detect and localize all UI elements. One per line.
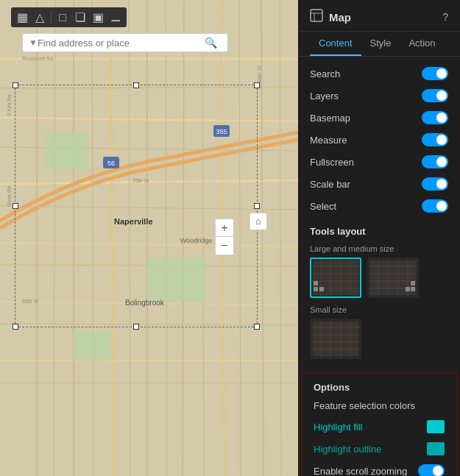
tab-style[interactable]: Style bbox=[361, 32, 400, 56]
toggle-label-layers: Layers bbox=[310, 90, 339, 102]
feature-selection-colors-row: Feature selection colors bbox=[302, 396, 456, 416]
tools-layout-header: Tools layout bbox=[298, 217, 460, 241]
svg-text:Book Rd: Book Rd bbox=[7, 186, 12, 206]
shapes-icon[interactable]: △ bbox=[33, 10, 46, 24]
toggle-scalebar[interactable] bbox=[422, 177, 448, 191]
scroll-zooming-label: Enable scroll zooming bbox=[314, 466, 407, 477]
svg-rect-58 bbox=[314, 281, 318, 285]
svg-rect-56 bbox=[314, 287, 318, 291]
map-panel-icon bbox=[310, 9, 323, 25]
home-button[interactable]: ⌂ bbox=[250, 213, 267, 230]
layout-thumb-2[interactable] bbox=[367, 257, 419, 298]
search-magnifier-icon: 🔍 bbox=[205, 37, 217, 49]
svg-text:Naperville: Naperville bbox=[114, 217, 153, 226]
panel-title: Map bbox=[329, 11, 436, 24]
svg-rect-28 bbox=[147, 257, 206, 302]
delete-icon[interactable]: ⚊ bbox=[109, 10, 122, 24]
toggle-label-measure: Measure bbox=[310, 135, 347, 146]
toggle-row-fullscreen: Fullscreen bbox=[298, 151, 460, 173]
toggle-search[interactable] bbox=[422, 67, 448, 80]
svg-text:S Kirk Rd: S Kirk Rd bbox=[7, 94, 12, 116]
toggle-fullscreen[interactable] bbox=[422, 155, 448, 168]
panel-header: Map ? bbox=[298, 0, 460, 32]
svg-rect-70 bbox=[411, 287, 415, 291]
toggle-row-basemap: Basemap bbox=[298, 107, 460, 129]
toggle-label-scalebar: Scale bar bbox=[310, 179, 350, 190]
filter-icon: ▼ bbox=[29, 38, 38, 48]
layout-thumb-1[interactable] bbox=[310, 257, 361, 298]
toggle-label-basemap: Basemap bbox=[310, 113, 350, 124]
small-layout-options bbox=[310, 319, 448, 359]
large-layout-options bbox=[310, 257, 448, 298]
copy-icon[interactable]: ❏ bbox=[74, 10, 87, 24]
highlight-outline-row: Highlight outline bbox=[302, 438, 456, 460]
highlight-outline-swatch[interactable] bbox=[427, 442, 445, 455]
svg-text:355: 355 bbox=[216, 128, 227, 135]
svg-text:S Main St: S Main St bbox=[257, 66, 262, 88]
toggle-label-search: Search bbox=[310, 68, 340, 79]
toggle-row-search: Search bbox=[298, 63, 460, 85]
svg-text:95th St: 95th St bbox=[22, 299, 38, 304]
svg-text:Roosevelt Rd: Roosevelt Rd bbox=[22, 56, 53, 61]
tools-layout-section: Large and medium size bbox=[298, 241, 460, 372]
zoom-out-button[interactable]: − bbox=[216, 237, 233, 255]
toggle-measure[interactable] bbox=[422, 133, 448, 146]
toggle-label-fullscreen: Fullscreen bbox=[310, 157, 354, 168]
zoom-in-button[interactable]: + bbox=[216, 219, 233, 237]
help-icon[interactable]: ? bbox=[442, 11, 448, 23]
svg-text:56: 56 bbox=[107, 160, 115, 167]
toggle-basemap[interactable] bbox=[422, 111, 448, 124]
right-panel: Map ? Content Style Action Search Layers… bbox=[298, 0, 460, 476]
small-label: Small size bbox=[310, 305, 448, 314]
svg-rect-29 bbox=[74, 331, 110, 360]
svg-rect-69 bbox=[406, 287, 410, 291]
svg-rect-43 bbox=[311, 10, 322, 21]
toggle-layers[interactable] bbox=[422, 89, 448, 102]
duplicate-icon[interactable]: ▣ bbox=[91, 10, 105, 24]
tab-bar: Content Style Action bbox=[298, 32, 460, 57]
svg-rect-0 bbox=[0, 0, 298, 476]
svg-rect-73 bbox=[313, 322, 358, 356]
svg-text:75th St: 75th St bbox=[132, 178, 149, 183]
tab-content[interactable]: Content bbox=[310, 32, 361, 56]
layout-thumb-small[interactable] bbox=[310, 319, 361, 359]
toolbar-divider bbox=[51, 12, 52, 24]
zoom-controls: + − ⌂ bbox=[250, 210, 267, 230]
layers-icon[interactable]: ▦ bbox=[15, 10, 29, 24]
toggle-row-measure: Measure bbox=[298, 129, 460, 151]
map-background: Naperville Bolingbrook Woodridge 56 355 … bbox=[0, 0, 298, 476]
panel-content: Search Layers Basemap Measure Fullscreen… bbox=[298, 57, 460, 476]
options-section: Options Feature selection colors Highlig… bbox=[301, 372, 457, 476]
highlight-outline-label: Highlight outline bbox=[314, 444, 382, 455]
large-medium-label: Large and medium size bbox=[310, 244, 448, 253]
highlight-fill-label: Highlight fill bbox=[314, 422, 362, 433]
highlight-fill-row: Highlight fill bbox=[302, 416, 456, 438]
toggle-scroll-zooming[interactable] bbox=[418, 464, 445, 476]
map-search-bar[interactable]: ▼ 🔍 bbox=[22, 33, 228, 52]
zoom-buttons: + − bbox=[215, 219, 234, 255]
svg-rect-57 bbox=[319, 287, 324, 291]
feature-selection-colors-label: Feature selection colors bbox=[314, 400, 415, 411]
options-header: Options bbox=[302, 376, 456, 396]
svg-rect-71 bbox=[411, 281, 415, 285]
map-area: Naperville Bolingbrook Woodridge 56 355 … bbox=[0, 0, 298, 476]
map-toolbar: ▦ △ □ ❏ ▣ ⚊ bbox=[11, 7, 127, 27]
map-search-input[interactable] bbox=[38, 38, 205, 49]
tab-action[interactable]: Action bbox=[400, 32, 444, 56]
svg-rect-27 bbox=[44, 132, 88, 169]
scroll-zooming-row: Enable scroll zooming bbox=[302, 460, 456, 476]
toggle-row-layers: Layers bbox=[298, 85, 460, 107]
toggle-label-select: Select bbox=[310, 201, 336, 212]
highlight-fill-swatch[interactable] bbox=[427, 420, 445, 433]
frame-icon[interactable]: □ bbox=[56, 11, 69, 24]
toggle-row-select: Select bbox=[298, 195, 460, 217]
toggle-row-scalebar: Scale bar bbox=[298, 173, 460, 195]
svg-text:Bolingbrook: Bolingbrook bbox=[125, 299, 165, 307]
svg-text:Woodridge: Woodridge bbox=[180, 237, 212, 244]
toggle-select[interactable] bbox=[422, 199, 448, 213]
